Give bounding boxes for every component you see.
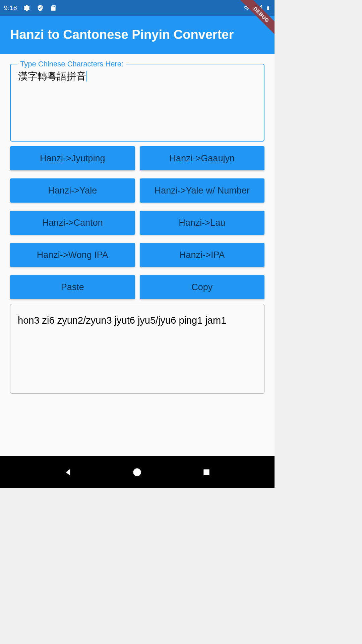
- input-label: Type Chinese Characters Here:: [17, 60, 126, 68]
- status-bar: 9:18: [0, 0, 275, 16]
- ipa-button[interactable]: Hanzi->IPA: [140, 243, 265, 267]
- wong-ipa-button[interactable]: Hanzi->Wong IPA: [10, 243, 135, 267]
- status-left-group: 9:18: [4, 4, 57, 12]
- jyutping-button[interactable]: Hanzi->Jyutping: [10, 146, 135, 170]
- paste-button[interactable]: Paste: [10, 275, 135, 299]
- text-cursor: [86, 71, 87, 82]
- shield-icon: [37, 4, 44, 12]
- back-button[interactable]: [61, 466, 75, 479]
- svg-point-0: [26, 7, 28, 9]
- button-grid: Hanzi->Jyutping Hanzi->Gaaujyn Hanzi->Ya…: [10, 146, 264, 299]
- output-text: hon3 zi6 zyun2/zyun3 jyut6 jyu5/jyu6 pin…: [18, 315, 257, 326]
- status-time: 9:18: [4, 4, 17, 12]
- yale-button[interactable]: Hanzi->Yale: [10, 178, 135, 203]
- battery-icon: [266, 4, 270, 12]
- input-text[interactable]: 漢字轉粵語拼音: [18, 71, 87, 82]
- main-content: Type Chinese Characters Here: 漢字轉粵語拼音 Ha…: [0, 54, 275, 456]
- gaaujyn-button[interactable]: Hanzi->Gaaujyn: [140, 146, 265, 170]
- sd-card-icon: [50, 4, 57, 12]
- navigation-bar: [0, 456, 275, 488]
- app-bar: Hanzi to Cantonese Pinyin Converter: [0, 16, 275, 54]
- lau-button[interactable]: Hanzi->Lau: [140, 211, 265, 235]
- copy-button[interactable]: Copy: [140, 275, 265, 299]
- home-button[interactable]: [130, 466, 144, 479]
- svg-point-1: [133, 468, 141, 476]
- canton-button[interactable]: Hanzi->Canton: [10, 211, 135, 235]
- yale-number-button[interactable]: Hanzi->Yale w/ Number: [140, 178, 265, 203]
- output-field-container[interactable]: hon3 zi6 zyun2/zyun3 jyut6 jyu5/jyu6 pin…: [10, 304, 264, 394]
- settings-icon: [23, 4, 31, 12]
- recent-apps-button[interactable]: [200, 466, 213, 479]
- svg-rect-2: [203, 469, 209, 475]
- input-field-container[interactable]: Type Chinese Characters Here: 漢字轉粵語拼音: [10, 64, 264, 142]
- app-title: Hanzi to Cantonese Pinyin Converter: [10, 28, 234, 42]
